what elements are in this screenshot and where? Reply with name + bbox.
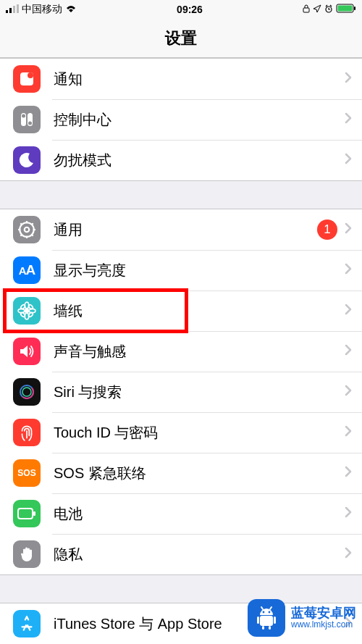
signal-icon: [6, 4, 19, 15]
watermark: 蓝莓安卓网 www.lmkjst.com: [248, 599, 356, 637]
svg-line-22: [32, 235, 33, 236]
flower-icon: [13, 297, 41, 325]
location-icon: [313, 4, 321, 15]
settings-row-control-center[interactable]: 控制中心: [0, 99, 362, 140]
svg-rect-49: [260, 616, 273, 626]
svg-line-47: [261, 607, 263, 609]
row-label: Siri 与搜索: [54, 382, 345, 402]
hand-icon: [13, 540, 41, 568]
control-center-icon: [13, 106, 41, 133]
watermark-text: 蓝莓安卓网 www.lmkjst.com: [291, 606, 356, 630]
row-label: 显示与亮度: [54, 261, 345, 280]
svg-point-25: [25, 309, 30, 314]
svg-rect-52: [262, 626, 264, 630]
settings-row-wallpaper[interactable]: 墙纸: [0, 290, 362, 331]
svg-line-48: [270, 607, 272, 609]
svg-point-46: [269, 611, 271, 614]
chevron-right-icon: [345, 506, 352, 521]
row-label: Touch ID 与密码: [54, 423, 345, 443]
svg-rect-2: [13, 6, 15, 13]
svg-rect-3: [17, 4, 19, 13]
settings-group: 通用1AA显示与亮度墙纸声音与触感Siri 与搜索Touch ID 与密码SOS…: [0, 209, 362, 575]
svg-rect-50: [257, 616, 259, 624]
status-left: 中国移动: [6, 3, 77, 16]
settings-row-battery[interactable]: 电池: [0, 493, 362, 534]
row-label: 电池: [54, 504, 345, 524]
nav-bar: 设置: [0, 19, 362, 58]
settings-row-general[interactable]: 通用1: [0, 209, 362, 250]
svg-rect-1: [9, 8, 12, 13]
row-label: 控制中心: [54, 110, 345, 130]
svg-point-45: [263, 611, 265, 614]
svg-point-12: [22, 114, 25, 118]
wifi-icon: [65, 4, 77, 15]
svg-point-27: [25, 313, 28, 319]
svg-rect-0: [6, 10, 8, 13]
watermark-icon: [248, 599, 285, 637]
row-label: SOS 紧急联络: [54, 464, 345, 483]
alarm-icon: [324, 4, 333, 15]
svg-point-29: [29, 309, 35, 312]
settings-row-display[interactable]: AA显示与亮度: [0, 250, 362, 290]
row-label: 声音与触感: [54, 342, 345, 361]
row-label: 通知: [54, 70, 345, 89]
appstore-icon: [13, 610, 41, 637]
svg-point-31: [28, 304, 34, 310]
text-size-icon: AA: [13, 256, 41, 284]
svg-rect-39: [33, 511, 35, 516]
chevron-right-icon: [345, 385, 352, 399]
status-time: 09:26: [177, 4, 203, 15]
sos-icon: SOS: [13, 459, 41, 487]
settings-row-do-not-disturb[interactable]: 勿扰模式: [0, 140, 362, 180]
svg-rect-7: [338, 6, 353, 12]
gear-icon: [13, 216, 41, 243]
row-label: 墙纸: [54, 301, 345, 321]
svg-rect-53: [269, 626, 271, 630]
svg-point-32: [20, 312, 26, 318]
settings-row-sound[interactable]: 声音与触感: [0, 331, 362, 372]
status-bar: 中国移动 09:26: [0, 0, 362, 19]
svg-line-24: [32, 223, 33, 225]
chevron-right-icon: [345, 547, 352, 561]
speaker-icon: [13, 338, 41, 365]
chevron-right-icon: [345, 304, 352, 318]
settings-row-siri[interactable]: Siri 与搜索: [0, 372, 362, 412]
fingerprint-icon: [13, 419, 41, 446]
notifications-icon: [13, 65, 41, 93]
svg-point-26: [25, 302, 28, 309]
watermark-title: 蓝莓安卓网: [291, 606, 356, 621]
svg-rect-38: [18, 509, 33, 519]
settings-row-sos[interactable]: SOSSOS 紧急联络: [0, 453, 362, 493]
settings-row-touchid[interactable]: Touch ID 与密码: [0, 412, 362, 453]
svg-point-28: [18, 309, 25, 312]
row-label: 通用: [54, 220, 317, 240]
chevron-right-icon: [345, 112, 352, 127]
svg-line-21: [20, 223, 22, 225]
chevron-right-icon: [345, 153, 352, 167]
svg-rect-51: [274, 616, 276, 624]
svg-rect-8: [354, 7, 355, 10]
notification-badge: 1: [317, 219, 337, 240]
page-title: 设置: [165, 28, 197, 49]
chevron-right-icon: [345, 222, 352, 237]
moon-icon: [13, 146, 41, 174]
carrier-label: 中国移动: [22, 3, 62, 16]
status-right: [303, 4, 356, 15]
row-label: 隐私: [54, 545, 345, 564]
chevron-right-icon: [345, 425, 352, 440]
row-label: 勿扰模式: [54, 151, 345, 170]
watermark-url: www.lmkjst.com: [291, 620, 356, 630]
chevron-right-icon: [345, 72, 352, 86]
siri-icon: [13, 378, 41, 406]
lock-icon: [303, 4, 310, 15]
svg-point-16: [25, 227, 30, 233]
settings-row-privacy[interactable]: 隐私: [0, 534, 362, 574]
settings-row-notifications[interactable]: 通知: [0, 59, 362, 99]
svg-point-33: [28, 312, 34, 318]
chevron-right-icon: [345, 344, 352, 359]
svg-point-10: [28, 72, 33, 78]
chevron-right-icon: [345, 466, 352, 480]
svg-point-30: [20, 304, 26, 310]
battery-status-icon: [336, 4, 356, 15]
svg-point-14: [28, 122, 32, 125]
